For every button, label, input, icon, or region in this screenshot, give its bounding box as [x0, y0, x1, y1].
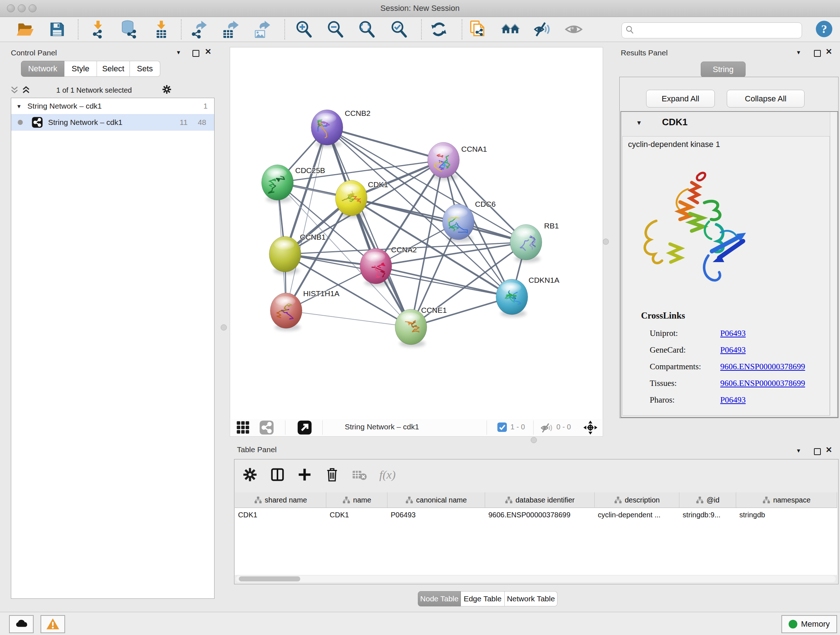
right-splitter-handle[interactable]	[603, 239, 609, 245]
column-header-database-identifier[interactable]: database identifier	[485, 492, 595, 508]
column-header-shared-name[interactable]: shared name	[235, 492, 326, 508]
network-node-RB1[interactable]	[510, 225, 542, 263]
table-panel-menu-icon[interactable]: ▼	[796, 448, 801, 454]
network-share-icon[interactable]	[259, 420, 274, 435]
add-column-icon[interactable]	[296, 466, 313, 483]
crosslink-link[interactable]: P06493	[720, 345, 745, 355]
tab-network-table[interactable]: Network Table	[505, 591, 557, 606]
zoom-in-icon[interactable]	[294, 20, 313, 39]
selected-checkbox-icon[interactable]	[497, 422, 507, 432]
network-options-gear-icon[interactable]	[161, 84, 172, 95]
open-in-window-icon[interactable]	[297, 420, 312, 435]
results-panel-float-icon[interactable]	[814, 50, 821, 58]
network-collection-row[interactable]: ▼ String Network – cdk1 1	[11, 98, 214, 114]
expand-all-button[interactable]: Expand All	[646, 90, 715, 108]
help-icon[interactable]: ?	[815, 19, 834, 38]
copy-network-icon[interactable]	[469, 20, 488, 39]
collection-collapse-icon[interactable]: ▼	[16, 103, 22, 109]
save-session-icon[interactable]	[48, 20, 66, 39]
warning-button[interactable]	[41, 615, 65, 633]
network-row-selected[interactable]: String Network – cdk1 11 48	[11, 114, 214, 131]
entry-gene-name[interactable]: CDK1	[662, 117, 688, 128]
control-panel-float-icon[interactable]	[193, 50, 199, 58]
memory-button[interactable]: Memory	[782, 615, 837, 633]
crosslink-link[interactable]: P06493	[720, 395, 745, 405]
tab-string[interactable]: String	[701, 62, 745, 78]
table-panel-float-icon[interactable]	[814, 448, 821, 456]
network-edge[interactable]	[351, 198, 526, 242]
import-network-database-icon[interactable]	[119, 20, 138, 39]
table-cell[interactable]: cyclin-dependent ...	[594, 511, 679, 519]
network-node-CCNB1[interactable]	[269, 236, 301, 274]
table-options-gear-icon[interactable]	[242, 466, 258, 483]
tab-select[interactable]: Select	[97, 61, 130, 77]
show-columns-icon[interactable]	[269, 466, 286, 483]
entry-collapse-icon[interactable]: ▼	[636, 119, 642, 127]
table-cell[interactable]: stringdb	[736, 511, 837, 519]
node-table[interactable]: shared namenamecanonical namedatabase id…	[235, 492, 837, 575]
search-box[interactable]	[622, 22, 802, 38]
tab-sets[interactable]: Sets	[130, 61, 160, 77]
tab-node-table[interactable]: Node Table	[418, 591, 461, 606]
collapse-all-button[interactable]: Collapse All	[727, 90, 805, 108]
open-session-icon[interactable]	[16, 20, 35, 39]
tab-style[interactable]: Style	[65, 61, 97, 77]
search-input[interactable]	[636, 24, 802, 37]
expand-all-networks-icon[interactable]	[22, 86, 30, 94]
horizontal-splitter-handle[interactable]	[531, 437, 537, 443]
export-table-icon[interactable]	[221, 20, 240, 39]
results-scrollbar[interactable]	[830, 112, 836, 416]
table-cell[interactable]: stringdb:9...	[679, 511, 736, 519]
zoom-out-icon[interactable]	[326, 20, 345, 39]
network-node-CCNA1[interactable]	[428, 142, 459, 180]
import-table-icon[interactable]	[152, 20, 171, 39]
zoom-fit-icon[interactable]	[357, 20, 376, 39]
column-header-namespace[interactable]: namespace	[736, 492, 837, 508]
collapse-all-networks-icon[interactable]	[10, 86, 19, 94]
network-node-CCNB2[interactable]	[311, 110, 343, 148]
network-canvas[interactable]: CCNB2CCNA1CDC25BCDK1CDC6RB1CCNB1CCNA2CDK…	[230, 47, 603, 420]
cloud-button[interactable]	[9, 615, 34, 633]
delete-column-trash-icon[interactable]	[324, 466, 340, 483]
crosslink-link[interactable]: 9606.ENSP00000378699	[720, 379, 805, 388]
export-network-icon[interactable]	[190, 20, 209, 39]
crosslink-link[interactable]: 9606.ENSP00000378699	[720, 362, 805, 371]
results-panel-close-icon[interactable]: ✕	[826, 47, 832, 57]
table-cell[interactable]: P06493	[387, 511, 485, 519]
refresh-icon[interactable]	[429, 20, 448, 39]
table-row[interactable]: CDK1CDK1P064939606.ENSP00000378699cyclin…	[235, 508, 837, 522]
tab-network[interactable]: Network	[21, 61, 65, 77]
network-node-CDC6[interactable]	[442, 204, 474, 242]
table-cell[interactable]: CDK1	[235, 511, 326, 519]
cloud-icon	[14, 617, 28, 631]
column-header-description[interactable]: description	[595, 492, 680, 508]
table-horizontal-scrollbar[interactable]	[236, 576, 836, 582]
network-node-CDKN1A[interactable]	[496, 279, 528, 317]
first-neighbors-icon[interactable]	[501, 20, 520, 39]
import-network-file-icon[interactable]	[88, 20, 107, 39]
network-edge[interactable]	[286, 310, 411, 327]
column-header-name[interactable]: name	[326, 492, 387, 508]
crosslink-link[interactable]: P06493	[720, 329, 745, 338]
network-node-CDK1[interactable]	[335, 180, 367, 218]
control-panel-menu-icon[interactable]: ▼	[176, 49, 181, 55]
network-node-CDC25B[interactable]	[262, 165, 294, 203]
table-cell[interactable]: CDK1	[326, 511, 387, 519]
show-all-icon[interactable]	[564, 20, 583, 39]
birdseye-grid-icon[interactable]	[235, 420, 251, 435]
network-node-CCNE1[interactable]	[395, 309, 427, 347]
results-panel-menu-icon[interactable]: ▼	[796, 49, 801, 55]
fit-selected-crosshair-icon[interactable]	[583, 420, 598, 435]
left-splitter-handle[interactable]	[221, 325, 227, 331]
network-node-HIST1H1A[interactable]	[270, 293, 302, 331]
export-image-icon[interactable]	[253, 20, 271, 39]
column-header--id[interactable]: @id	[679, 492, 736, 508]
hide-selected-icon[interactable]	[533, 20, 552, 39]
column-header-canonical-name[interactable]: canonical name	[387, 492, 485, 508]
tab-edge-table[interactable]: Edge Table	[461, 591, 505, 606]
network-node-CCNA2[interactable]	[360, 249, 392, 287]
table-panel-close-icon[interactable]: ✕	[826, 445, 832, 455]
zoom-selected-icon[interactable]	[390, 20, 409, 39]
control-panel-close-icon[interactable]: ✕	[205, 47, 211, 57]
table-cell[interactable]: 9606.ENSP00000378699	[485, 511, 594, 519]
